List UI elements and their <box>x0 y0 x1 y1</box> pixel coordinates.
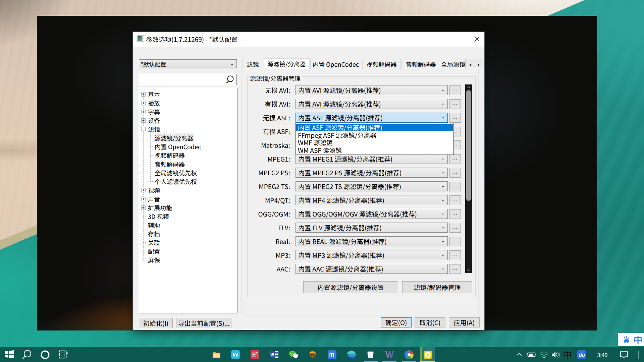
svg-text:邮: 邮 <box>252 350 258 358</box>
